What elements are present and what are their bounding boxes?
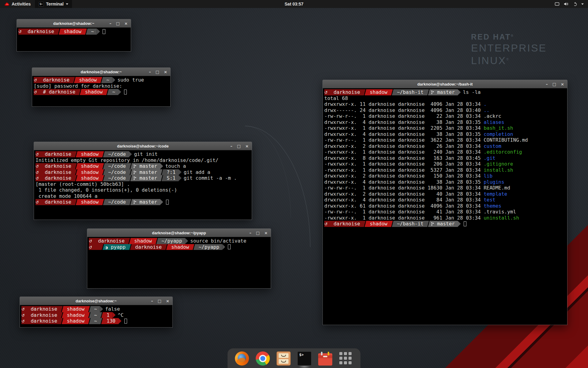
dock-item-toolbox[interactable]: [318, 351, 332, 366]
window-title: darknoise@shadow:~/pyapp: [87, 231, 271, 235]
app-grid-dot: [349, 361, 352, 364]
terminal-line: ↺ ◑ pyapp darknoise shadow ~/pyapp: [89, 244, 271, 250]
close-button[interactable]: ×: [124, 21, 128, 25]
dock-item-chrome[interactable]: [256, 351, 270, 366]
segment-arrow: [179, 175, 182, 181]
dock-item-app-grid[interactable]: [339, 351, 353, 366]
ls-row-filename: plugins: [484, 179, 504, 185]
terminal-line: drwxrwxr-x. 2 darknoise darknoise 150 Ja…: [324, 173, 567, 179]
terminal-line: total 68: [324, 95, 567, 102]
window-titlebar[interactable]: darknoise@shadow:~/code – □ ×: [34, 142, 252, 150]
ls-row-fields: drwxrwxr-x. 4 darknoise darknoise 38 Jan…: [324, 131, 484, 137]
terminal-line: drwxrwxr-x. 4 darknoise darknoise 38 Jan…: [324, 131, 567, 137]
minimize-button[interactable]: –: [230, 144, 232, 148]
prompt-segment-host: shadow: [61, 29, 85, 35]
terminal-content[interactable]: ↺ darknoise shadow ~/bash-it master ls -…: [323, 88, 567, 325]
ls-row-filename: .editorconfig: [484, 149, 522, 155]
window-titlebar[interactable]: darknoise@shadow:~ – □ ×: [32, 68, 170, 76]
os-icon: ↺: [36, 200, 39, 205]
os-icon: ↺: [36, 176, 39, 181]
terminal-content[interactable]: ↺ darknoise shadow ~: [17, 28, 131, 51]
prompt-segment-git: master: [133, 175, 160, 181]
app-grid-dot: [344, 361, 347, 364]
terminal-line: [master (root-commit) 50bcb63] .: [36, 181, 252, 187]
terminal-line: ↺ darknoise shadow ~/code master: [36, 199, 252, 205]
prompt-segment-host: shadow: [78, 169, 102, 175]
dock-item-terminal[interactable]: $>: [297, 351, 311, 366]
ls-row-filename: custom: [484, 143, 501, 149]
git-branch-icon: [431, 222, 434, 226]
close-button[interactable]: ×: [245, 144, 249, 148]
os-icon: ↺: [21, 307, 25, 312]
terminal-line: ↺ darknoise shadow ~ sudo true: [34, 77, 170, 83]
prompt-segment-host: shadow: [78, 163, 102, 169]
window-titlebar[interactable]: darknoise@shadow:~ – □ ×: [17, 19, 131, 28]
prompt-segment-user: ↺ darknoise: [36, 175, 74, 181]
terminal-content[interactable]: ↺ darknoise shadow ~/code git initInitia…: [34, 150, 252, 220]
segment-separator: [155, 238, 159, 244]
minimize-button[interactable]: –: [249, 231, 251, 235]
segment-arrow: [222, 244, 225, 250]
wrench-tool: [321, 352, 322, 355]
ls-row-fields: drwxrwxr-x. 4 darknoise darknoise 84 Jan…: [324, 197, 484, 203]
terminal-line: ↺ darknoise shadow ~/code master touch a: [36, 163, 252, 169]
close-button[interactable]: ×: [264, 231, 268, 235]
terminal-line: ↺ # darknoise shadow ~: [34, 89, 170, 95]
ls-row-filename: lib: [484, 173, 492, 179]
window-titlebar[interactable]: darknoise@shadow:~ – □ ×: [20, 297, 172, 305]
close-button[interactable]: ×: [561, 82, 564, 86]
git-branch-icon: [133, 170, 136, 174]
minimize-button[interactable]: –: [151, 299, 153, 303]
terminal-content[interactable]: ↺ darknoise shadow ~/pyapp source bin/ac…: [87, 237, 271, 288]
maximize-button[interactable]: □: [158, 299, 161, 303]
window-titlebar[interactable]: darknoise@shadow:~/bash-it – □ ×: [323, 80, 567, 88]
os-icon: ↺: [36, 164, 39, 169]
command-text: sudo true: [117, 77, 144, 83]
app-grid-dot: [339, 352, 342, 355]
segment-separator: [106, 89, 109, 95]
prompt-segment-host: shadow: [76, 77, 100, 83]
prompt-segment-host: shadow: [367, 221, 390, 227]
activities-button[interactable]: Activities: [0, 0, 35, 8]
system-status-area[interactable]: [553, 0, 586, 8]
ls-row-filename: .ackrc: [484, 113, 501, 119]
close-button[interactable]: ×: [166, 299, 169, 303]
terminal-cursor: [124, 319, 127, 324]
minimize-button[interactable]: –: [546, 82, 548, 86]
maximize-button[interactable]: □: [237, 144, 241, 148]
maximize-button[interactable]: □: [116, 21, 120, 25]
prompt-segment-user: ↺ darknoise: [21, 312, 60, 318]
terminal-content[interactable]: ↺ darknoise shadow ~ false↺ darknoise sh…: [20, 305, 172, 327]
prompt-segment-git: master: [133, 169, 160, 175]
ls-row-filename: completion: [484, 131, 513, 137]
prompt-segment-user: ↺ darknoise: [324, 89, 363, 95]
command-text: git commit -a -m .: [184, 175, 237, 181]
segment-separator: [363, 89, 367, 95]
maximize-button[interactable]: □: [552, 82, 556, 86]
dock-item-files[interactable]: [277, 351, 291, 366]
prompt-segment-path: ~: [88, 29, 97, 35]
close-button[interactable]: ×: [164, 70, 167, 74]
maximize-button[interactable]: □: [156, 70, 159, 74]
os-icon: ↺: [34, 90, 37, 94]
window-titlebar[interactable]: darknoise@shadow:~/pyapp – □ ×: [87, 229, 271, 237]
terminal-line: drwxrwxr-x. 11 darknoise darknoise 4096 …: [324, 101, 567, 107]
segment-arrow: [119, 318, 122, 324]
minimize-button[interactable]: –: [149, 70, 151, 74]
ls-row-filename: bash_it.sh: [484, 125, 513, 131]
clock[interactable]: Sat 03:57: [285, 2, 303, 6]
maximize-button[interactable]: □: [256, 231, 260, 235]
screwdriver-tool: [328, 352, 329, 355]
command-text: git init: [134, 151, 158, 157]
dock-item-firefox[interactable]: [235, 351, 249, 366]
prompt-segment-user: ↺ darknoise: [36, 169, 74, 175]
terminal-line: 1 file changed, 0 insertions(+), 0 delet…: [36, 187, 252, 193]
app-menu-terminal[interactable]: $> Terminal: [35, 0, 72, 8]
redhat-logo-icon: [4, 2, 9, 6]
git-branch-icon: [133, 164, 136, 168]
prompt-segment-git: master: [133, 163, 160, 169]
prompt-segment-user: ↺: [89, 244, 101, 250]
minimize-button[interactable]: –: [109, 21, 111, 25]
terminal-content[interactable]: ↺ darknoise shadow ~ sudo true[sudo] pas…: [32, 76, 170, 106]
segment-separator: [102, 199, 105, 205]
